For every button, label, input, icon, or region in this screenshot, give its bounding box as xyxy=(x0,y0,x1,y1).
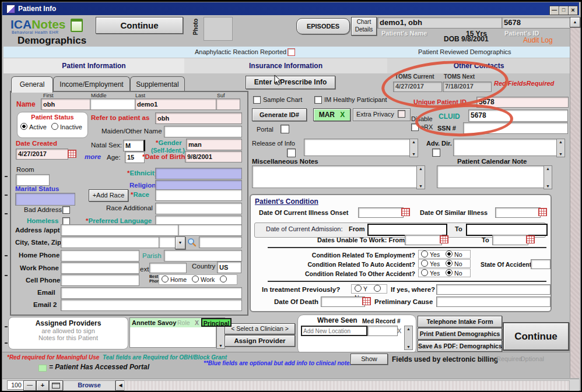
bad-address-checkbox[interactable] xyxy=(62,206,70,214)
cond-auto-no[interactable]: No xyxy=(446,260,462,267)
portal-checkbox[interactable] xyxy=(281,125,289,133)
release-scroll-down-icon[interactable]: ▼ xyxy=(412,151,416,157)
misc-notes-field[interactable] xyxy=(252,165,420,188)
photo-placeholder[interactable] xyxy=(204,17,233,41)
misc-notes-scroll-arrows[interactable]: ▲▼ xyxy=(416,165,425,189)
date-created-field[interactable]: 4/27/2017 xyxy=(16,149,68,160)
release-scroll-arrows[interactable]: ▲▼ xyxy=(409,139,418,157)
provider-down-icon[interactable]: ▼ xyxy=(219,343,223,348)
anaphylactic-checkbox[interactable] xyxy=(288,48,295,56)
work-phone-field[interactable] xyxy=(61,262,139,274)
eprescribe-button[interactable]: Enter e-Prescribe Info xyxy=(246,76,335,89)
calnote-scroll-down-icon[interactable]: ▼ xyxy=(546,183,550,189)
in-treatment-y[interactable]: Y xyxy=(355,285,367,292)
illness-onset-field[interactable] xyxy=(358,207,404,218)
cond-employment-yes[interactable]: Yes xyxy=(421,251,440,258)
minimize-button[interactable]: — xyxy=(549,6,559,15)
release-of-info-field[interactable] xyxy=(304,139,413,156)
cond-other-no[interactable]: No xyxy=(446,270,462,277)
show-button[interactable]: Show xyxy=(350,354,388,365)
mode-selector[interactable]: Browse xyxy=(63,380,115,391)
marital-status-field[interactable] xyxy=(15,193,75,206)
patient-name-field[interactable]: demo1, obh xyxy=(377,17,502,29)
date-of-death-calendar-icon[interactable] xyxy=(362,297,371,305)
zoom-out-button[interactable]: — xyxy=(23,380,36,391)
where-seen-down-icon[interactable]: ▼ xyxy=(406,344,411,349)
im-healthy-checkbox[interactable] xyxy=(314,96,322,104)
first-name-field[interactable]: obh xyxy=(41,98,92,110)
date-of-death-field[interactable] xyxy=(321,296,365,307)
release-scroll-up-icon[interactable]: ▲ xyxy=(412,139,416,144)
ext-field[interactable] xyxy=(149,263,187,273)
room-field[interactable] xyxy=(16,174,50,186)
zip-field[interactable] xyxy=(199,236,242,248)
tab-insurance-information[interactable]: Insurance Information xyxy=(184,58,388,73)
cluid-field[interactable]: 5678 xyxy=(468,110,568,122)
more-link[interactable]: more xyxy=(85,153,101,160)
email2-field[interactable] xyxy=(61,299,242,311)
similar-illness-field[interactable] xyxy=(495,207,541,218)
address2-field[interactable] xyxy=(178,224,242,236)
subtab-supplemental[interactable]: Supplemental xyxy=(130,76,185,92)
calendar-note-field[interactable] xyxy=(437,165,548,188)
where-seen-scroll-arrows[interactable]: ▲▼ xyxy=(404,326,413,350)
unable-from-calendar-icon[interactable] xyxy=(440,235,448,243)
generate-id-button[interactable]: Generate ID# xyxy=(252,108,307,121)
cond-other-yes[interactable]: Yes xyxy=(421,270,440,277)
if-yes-where-field[interactable] xyxy=(436,284,551,295)
calendar-note-scroll-arrows[interactable]: ▲▼ xyxy=(544,165,552,189)
zoom-in-button[interactable]: + xyxy=(36,380,49,391)
calnote-scroll-up-icon[interactable]: ▲ xyxy=(546,166,550,171)
zip-search-icon[interactable] xyxy=(187,238,197,247)
audit-log-link[interactable]: Audit Log xyxy=(523,36,553,44)
layout-mode-button[interactable] xyxy=(49,380,63,391)
adv-dir-scroll-arrows[interactable]: ▲▼ xyxy=(556,139,565,157)
admission-to-field[interactable] xyxy=(466,224,548,236)
chart-details-button[interactable]: Chart Details xyxy=(351,17,377,36)
unable-to-calendar-icon[interactable] xyxy=(526,235,535,243)
subtab-income-employment[interactable]: Income/Employment xyxy=(53,76,130,92)
save-pdf-button[interactable]: Save As PDF: Demographics xyxy=(418,340,502,352)
cond-auto-yes[interactable]: Yes xyxy=(421,260,440,267)
status-inactive-radio[interactable]: Inactive xyxy=(51,123,82,130)
best-phone-home-radio[interactable]: Home xyxy=(162,276,187,283)
maximize-button[interactable]: □ xyxy=(559,6,569,15)
cell-phone-field[interactable] xyxy=(61,274,139,286)
continue-top-button[interactable]: Continue xyxy=(96,17,183,34)
unique-patient-id-field[interactable]: 5678 xyxy=(476,97,569,108)
toms-current-field[interactable]: 4/27/2017 xyxy=(393,82,442,92)
add-location-input[interactable] xyxy=(301,326,367,336)
continue-bottom-button[interactable]: Continue xyxy=(503,322,569,351)
adv-dir-field[interactable] xyxy=(453,139,560,156)
ethnicity-field[interactable] xyxy=(155,168,242,179)
best-phone-work-radio[interactable]: Work xyxy=(192,276,215,283)
provider-principal-badge[interactable]: Principal xyxy=(201,318,232,327)
last-name-field[interactable]: demo1 xyxy=(135,98,219,110)
status-active-radio[interactable]: Active xyxy=(20,123,47,130)
misc-scroll-down-icon[interactable]: ▼ xyxy=(419,183,423,189)
where-seen-remove-icon[interactable]: X xyxy=(397,327,401,334)
age-field[interactable]: 15 xyxy=(125,151,145,163)
toms-next-field[interactable]: 7/18/2017 xyxy=(443,82,492,92)
preliminary-cause-field[interactable] xyxy=(436,296,551,307)
suffix-field[interactable] xyxy=(216,98,240,110)
scrollbar-up-button[interactable]: ▲ xyxy=(570,17,580,27)
adv-dir-checkbox[interactable] xyxy=(432,149,440,157)
illness-onset-calendar-icon[interactable] xyxy=(401,208,410,216)
race-additional-field[interactable] xyxy=(155,203,242,214)
email-field[interactable] xyxy=(61,287,242,299)
telephone-intake-button[interactable]: Telephone Intake Form xyxy=(418,316,502,327)
state-of-accident-field[interactable] xyxy=(531,259,551,269)
misc-scroll-up-icon[interactable]: ▲ xyxy=(419,166,423,171)
assign-provider-button[interactable]: Assign Provider xyxy=(225,335,295,347)
gender-field[interactable]: man xyxy=(186,139,242,150)
race-field[interactable] xyxy=(155,189,242,201)
admission-from-field[interactable] xyxy=(367,224,447,236)
country-field[interactable]: US xyxy=(217,262,241,273)
extra-privacy-checkbox[interactable] xyxy=(398,110,405,118)
add-race-button[interactable]: +Add Race xyxy=(89,189,128,202)
state-dropdown-button[interactable]: ▼ xyxy=(175,236,185,249)
patient-id-field[interactable]: 5678 xyxy=(502,17,572,29)
unable-from-field[interactable] xyxy=(405,235,442,245)
episodes-button[interactable]: EPISODES xyxy=(296,18,350,34)
